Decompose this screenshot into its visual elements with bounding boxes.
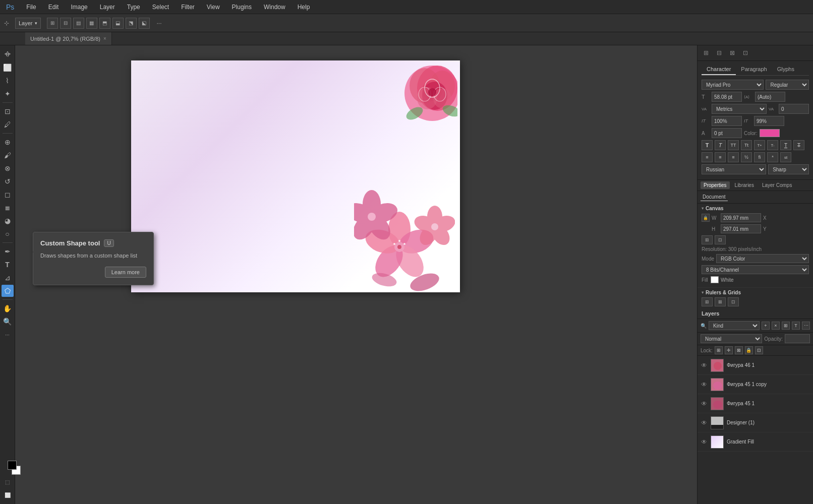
glyphs-tab[interactable]: Glyphs	[772, 64, 799, 75]
selection-tool[interactable]: ⬜	[2, 61, 14, 74]
rulers-grids-title[interactable]: ▾ Rulers & Grids	[702, 290, 809, 295]
menu-edit[interactable]: Edit	[46, 3, 61, 12]
menu-plugins[interactable]: Plugins	[230, 3, 254, 12]
font-family-select[interactable]: Myriad Pro	[702, 80, 764, 90]
zoom-tool[interactable]: 🔍	[2, 316, 14, 328]
more-tools-btn[interactable]: ···	[2, 329, 14, 341]
color-swatch[interactable]	[760, 129, 780, 137]
menu-help[interactable]: Help	[296, 3, 312, 12]
underline-btn[interactable]: T	[780, 140, 791, 150]
tab-close-btn[interactable]: ×	[103, 36, 106, 41]
blur-tool[interactable]: ◕	[2, 215, 14, 227]
hand-tool[interactable]: ✋	[2, 302, 14, 314]
document-tab[interactable]: Untitled-1 @ 20,7% (RGB/8) ×	[25, 32, 112, 45]
layers-mode-select[interactable]: Normal	[701, 334, 762, 343]
canvas-width-input[interactable]: 209.97 mm	[721, 213, 761, 222]
lock-pixels-btn[interactable]: ⊞	[715, 346, 723, 354]
ruler-icon-1[interactable]: ⊞	[702, 297, 713, 306]
menu-filter[interactable]: Filter	[179, 3, 197, 12]
ruler-icon-3[interactable]: ⊡	[728, 297, 739, 306]
super-btn[interactable]: T+	[754, 140, 765, 150]
ruler-icon-2[interactable]: ⊠	[715, 297, 726, 306]
baseline-input[interactable]	[712, 128, 742, 138]
layers-more-btn[interactable]: ⋯	[802, 322, 810, 330]
swash-btn[interactable]: st	[780, 152, 791, 162]
layer-eye-3[interactable]: 👁	[701, 419, 708, 426]
align-mid-btn[interactable]: ⬓	[112, 18, 124, 29]
menu-image[interactable]: Image	[69, 3, 89, 12]
lock-artboard-btn[interactable]: ⊠	[735, 346, 743, 354]
opacity-input[interactable]	[785, 334, 810, 343]
menu-file[interactable]: File	[24, 3, 38, 12]
lock-extra-btn[interactable]: ⊡	[755, 346, 763, 354]
brush-tool[interactable]: 🖌	[2, 149, 14, 161]
ordinal-btn[interactable]: ª	[767, 152, 778, 162]
kerning-input[interactable]	[779, 104, 809, 114]
magic-wand-tool[interactable]: ✦	[2, 88, 14, 100]
panel-icon-3[interactable]: ⊠	[727, 47, 738, 58]
distribute-v-btn[interactable]: ⬕	[139, 18, 150, 29]
layers-add-btn[interactable]: +	[762, 322, 770, 330]
properties-tab[interactable]: Properties	[701, 181, 730, 189]
screen-mode-btn[interactable]: ⬜	[2, 489, 14, 501]
liga-btn[interactable]: fi	[754, 152, 765, 162]
menu-layer[interactable]: Layer	[98, 3, 117, 12]
more-options-btn[interactable]: ···	[157, 20, 162, 27]
pen-tool[interactable]: ✒	[2, 245, 14, 258]
align-left-btn[interactable]: ⊞	[47, 18, 58, 29]
caps-btn[interactable]: TT	[728, 140, 739, 150]
learn-more-button[interactable]: Learn more	[105, 267, 146, 278]
layer-item-1[interactable]: 👁 Фигура 45 1 copy	[698, 375, 813, 394]
layer-eye-0[interactable]: 👁	[701, 362, 708, 369]
lasso-tool[interactable]: ⌇	[2, 75, 14, 87]
panel-icon-2[interactable]: ⊟	[714, 47, 725, 58]
paragraph-tab[interactable]: Paragraph	[736, 64, 772, 75]
distribute-btn[interactable]: ▦	[86, 18, 97, 29]
lock-all-btn[interactable]: 🔒	[745, 346, 753, 354]
dodge-tool[interactable]: ○	[2, 228, 14, 240]
layer-item-3[interactable]: 👁 Designer (1)	[698, 413, 813, 432]
italic-btn[interactable]: T	[715, 140, 726, 150]
strike-btn[interactable]: T	[793, 140, 804, 150]
path-tool[interactable]: ⊿	[2, 272, 14, 284]
layers-type-btn[interactable]: T	[792, 322, 800, 330]
language-select[interactable]: Russian	[702, 164, 766, 174]
align-right-text-btn[interactable]: ≡	[728, 152, 739, 162]
canvas-icon-1[interactable]: ⊞	[702, 235, 713, 244]
foreground-color[interactable]	[8, 461, 17, 470]
layer-item-4[interactable]: 👁 Gradient Fill	[698, 432, 813, 452]
antialias-select[interactable]: Sharp	[768, 164, 809, 174]
quick-mask-btn[interactable]: ⬚	[2, 476, 14, 488]
align-right-btn[interactable]: ▤	[73, 18, 84, 29]
font-size-input[interactable]	[712, 92, 742, 102]
align-bottom-btn[interactable]: ⬔	[126, 18, 137, 29]
layer-dropdown[interactable]: Layer ▾	[15, 18, 41, 29]
smallcaps-btn[interactable]: Tt	[741, 140, 752, 150]
layer-eye-4[interactable]: 👁	[701, 438, 708, 446]
move-tool[interactable]	[2, 48, 14, 60]
bold-btn[interactable]: T	[702, 140, 713, 150]
crop-tool[interactable]: ⊡	[2, 105, 14, 117]
canvas-icon-2[interactable]: ⊡	[715, 235, 726, 244]
sub-btn[interactable]: T-	[767, 140, 778, 150]
text-tool[interactable]: T	[2, 259, 14, 271]
panel-icon-1[interactable]: ⊞	[701, 47, 712, 58]
shape-tool[interactable]: ⬠	[2, 285, 14, 297]
leading-input[interactable]	[755, 92, 785, 102]
align-top-btn[interactable]: ⬒	[99, 18, 110, 29]
canvas-section-title[interactable]: ▾ Canvas	[702, 206, 809, 211]
align-center-text-btn[interactable]: ≡	[715, 152, 726, 162]
horiz-scale-input[interactable]	[712, 116, 742, 126]
panel-icon-4[interactable]: ⊡	[740, 47, 751, 58]
character-tab[interactable]: Character	[702, 64, 736, 75]
align-center-btn[interactable]: ⊟	[60, 18, 71, 29]
frac-btn[interactable]: ½	[741, 152, 752, 162]
healing-tool[interactable]: ⊕	[2, 136, 14, 148]
canvas-lock-icon[interactable]: 🔒	[702, 214, 710, 222]
libraries-tab[interactable]: Libraries	[732, 181, 757, 189]
fill-swatch[interactable]	[711, 276, 719, 283]
menu-window[interactable]: Window	[262, 3, 287, 12]
lock-position-btn[interactable]: ✛	[725, 346, 733, 354]
gradient-tool[interactable]: ▦	[2, 202, 14, 214]
layers-delete-btn[interactable]: ×	[772, 322, 780, 330]
